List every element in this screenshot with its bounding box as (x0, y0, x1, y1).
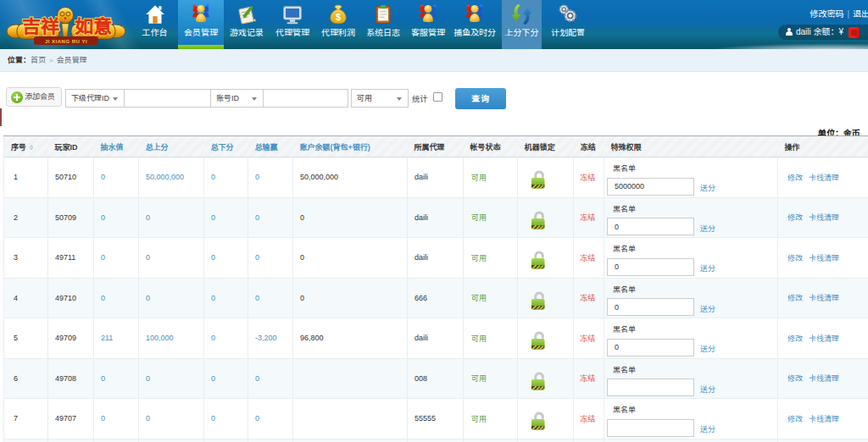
svg-text:吉祥: 吉祥 (22, 11, 59, 38)
svg-text:如意: 如意 (75, 11, 112, 38)
svg-text:$: $ (336, 12, 341, 22)
svg-text:JI XIANG RU YI: JI XIANG RU YI (45, 39, 87, 44)
